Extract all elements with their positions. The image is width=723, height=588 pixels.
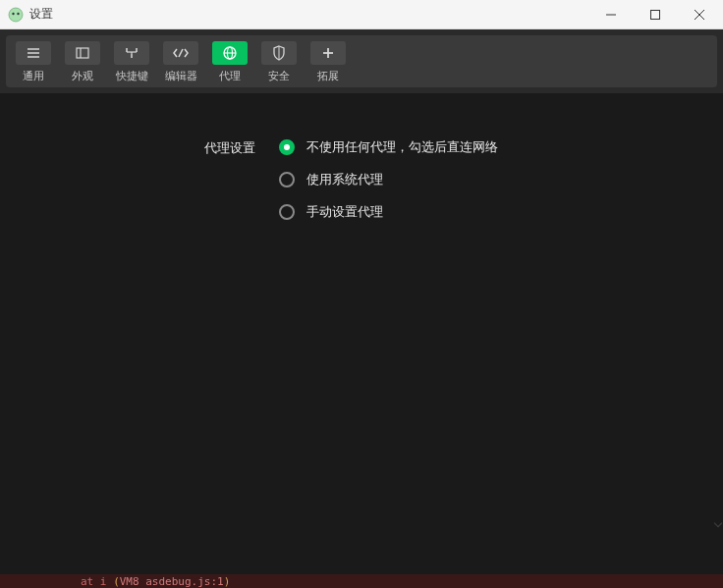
proxy-option-manual[interactable]: 手动设置代理 — [279, 203, 498, 221]
tab-security[interactable]: 安全 — [261, 41, 297, 83]
window-title: 设置 — [29, 6, 53, 23]
tab-appearance[interactable]: 外观 — [65, 41, 100, 83]
code-icon — [172, 46, 190, 60]
resize-grip-icon — [714, 519, 722, 527]
minimize-button[interactable] — [588, 0, 633, 29]
console-text: at i (VM8 asdebug.js:1) — [81, 575, 230, 588]
svg-point-1 — [12, 12, 14, 14]
globe-icon — [222, 45, 238, 61]
title-bar: 设置 — [0, 0, 723, 29]
tab-label: 拓展 — [317, 69, 339, 83]
tab-label: 代理 — [219, 69, 241, 83]
proxy-option-none[interactable]: 不使用任何代理，勾选后直连网络 — [279, 138, 498, 156]
proxy-options: 不使用任何代理，勾选后直连网络 使用系统代理 手动设置代理 — [279, 138, 498, 221]
radio-icon — [279, 172, 295, 187]
tab-proxy[interactable]: 代理 — [212, 41, 248, 83]
tab-extensions[interactable]: 拓展 — [310, 41, 346, 83]
shield-icon — [272, 45, 286, 61]
app-icon — [8, 7, 24, 23]
settings-tabs: 通用 外观 快捷键 编辑器 代理 — [6, 35, 717, 87]
radio-icon — [279, 204, 295, 220]
tab-label: 编辑器 — [165, 69, 197, 83]
tab-label: 通用 — [23, 69, 44, 83]
proxy-setting-row: 代理设置 不使用任何代理，勾选后直连网络 使用系统代理 手动设置代理 — [204, 138, 723, 221]
proxy-option-system[interactable]: 使用系统代理 — [279, 171, 498, 188]
maximize-button[interactable] — [633, 0, 677, 29]
svg-rect-10 — [77, 48, 88, 58]
keyboard-icon — [124, 46, 139, 60]
settings-content: 代理设置 不使用任何代理，勾选后直连网络 使用系统代理 手动设置代理 — [0, 93, 723, 221]
svg-line-17 — [179, 49, 183, 57]
tab-label: 外观 — [72, 69, 93, 83]
tab-label: 快捷键 — [116, 69, 148, 83]
radio-label: 使用系统代理 — [306, 171, 383, 188]
list-icon — [26, 46, 41, 60]
close-button[interactable] — [677, 0, 721, 29]
layout-icon — [75, 46, 90, 60]
plus-icon — [321, 46, 335, 60]
console-strip: at i (VM8 asdebug.js:1) — [0, 574, 723, 588]
window-controls — [588, 0, 721, 28]
tab-general[interactable]: 通用 — [16, 41, 51, 83]
svg-rect-4 — [650, 10, 659, 19]
tab-editor[interactable]: 编辑器 — [163, 41, 198, 83]
toolbar-wrap: 通用 外观 快捷键 编辑器 代理 — [0, 29, 723, 93]
radio-icon — [279, 139, 295, 155]
tab-shortcuts[interactable]: 快捷键 — [114, 41, 149, 83]
radio-label: 手动设置代理 — [306, 203, 383, 221]
radio-label: 不使用任何代理，勾选后直连网络 — [306, 138, 498, 156]
titlebar-left: 设置 — [8, 6, 53, 23]
tab-label: 安全 — [268, 69, 290, 83]
svg-point-0 — [9, 8, 23, 22]
svg-point-2 — [17, 12, 19, 14]
proxy-section-label: 代理设置 — [204, 138, 255, 158]
